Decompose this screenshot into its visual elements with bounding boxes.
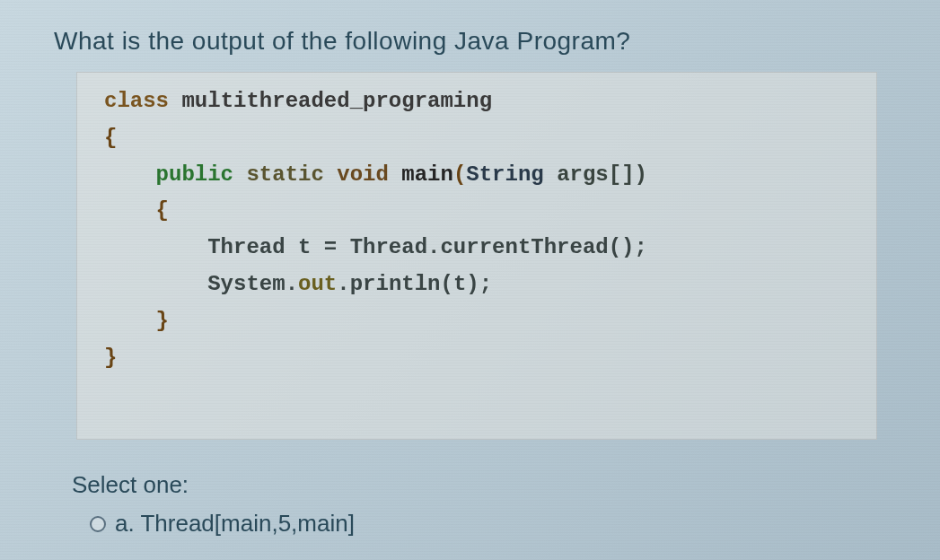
code-line-1: class multithreaded_programing — [104, 83, 849, 120]
code-line-5: Thread t = Thread.currentThread(); — [104, 230, 849, 267]
code-block: class multithreaded_programing { public … — [76, 72, 877, 440]
answer-section: Select one: a. Thread[main,5,main] — [72, 471, 886, 538]
option-a[interactable]: a. Thread[main,5,main] — [90, 510, 886, 538]
select-one-label: Select one: — [72, 471, 886, 499]
radio-icon[interactable] — [90, 516, 106, 532]
code-line-8: } — [104, 340, 849, 377]
code-line-3: public static void main(String args[]) — [104, 157, 849, 194]
question-prompt: What is the output of the following Java… — [54, 27, 886, 56]
code-line-7: } — [104, 303, 849, 340]
code-line-6: System.out.println(t); — [104, 267, 849, 303]
question-container: What is the output of the following Java… — [4, 4, 936, 538]
code-line-2: { — [104, 120, 849, 157]
code-line-4: { — [104, 193, 849, 230]
option-a-text: a. Thread[main,5,main] — [115, 510, 355, 538]
